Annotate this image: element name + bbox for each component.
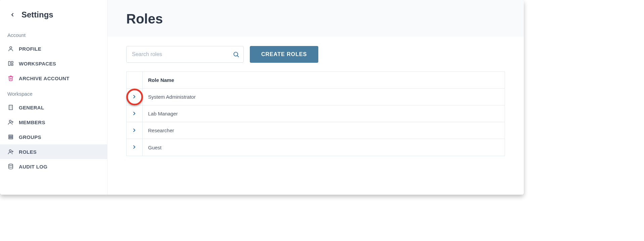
roles-table: Role Name System AdministratorLab Manage… [126, 71, 505, 156]
sidebar-header: Settings [0, 10, 107, 27]
role-name-cell: Lab Manager [143, 105, 505, 122]
table-row: Researcher [127, 122, 505, 139]
svg-rect-3 [11, 64, 13, 65]
table-header-expand-cell [127, 72, 143, 88]
svg-rect-4 [9, 105, 13, 110]
sidebar-item-label: MEMBERS [19, 119, 45, 125]
sidebar-item-roles[interactable]: ROLES [0, 144, 107, 159]
svg-point-17 [9, 150, 11, 152]
back-icon[interactable] [9, 12, 15, 18]
table-body: System AdministratorLab ManagerResearche… [127, 89, 505, 156]
svg-point-0 [10, 47, 12, 49]
expand-cell [127, 105, 143, 122]
chevron-right-icon[interactable] [132, 144, 138, 150]
chevron-right-icon[interactable] [132, 94, 138, 100]
role-name-cell: System Administrator [143, 89, 505, 105]
building-icon [7, 104, 14, 111]
svg-point-20 [9, 164, 13, 166]
table-header-role-name: Role Name [143, 72, 505, 88]
page-header: Roles [107, 0, 524, 37]
sidebar-item-groups[interactable]: GROUPS [0, 130, 107, 144]
toolbar: CREATE ROLES [126, 46, 505, 63]
sidebar-item-profile[interactable]: PROFILE [0, 41, 107, 56]
search-input[interactable] [126, 46, 244, 63]
sidebar-item-label: ROLES [19, 149, 37, 155]
sidebar-section-label: Account [0, 27, 107, 41]
sidebar-item-audit-log[interactable]: AUDIT LOG [0, 159, 107, 174]
sidebar-item-members[interactable]: MEMBERS [0, 115, 107, 130]
trash-icon [7, 75, 14, 82]
svg-rect-14 [9, 135, 13, 136]
table-row: Guest [127, 139, 505, 156]
table-row: System Administrator [127, 89, 505, 105]
expand-cell [127, 122, 143, 139]
chevron-right-icon[interactable] [132, 128, 138, 134]
database-icon [7, 163, 14, 170]
sidebar-item-label: ARCHIVE ACCOUNT [19, 76, 70, 81]
sidebar-item-label: GROUPS [19, 134, 41, 140]
person-plus-icon [7, 148, 14, 155]
sidebar-title: Settings [21, 10, 53, 19]
sidebar-item-label: GENERAL [19, 105, 44, 110]
chevron-right-icon[interactable] [132, 111, 138, 117]
svg-line-22 [237, 56, 239, 57]
svg-point-11 [9, 120, 11, 122]
sidebar-section-label: Workspace [0, 86, 107, 100]
search-wrap [126, 46, 244, 63]
sidebar-item-general[interactable]: GENERAL [0, 100, 107, 115]
content: CREATE ROLES Role Name System Administra… [107, 37, 524, 195]
search-icon[interactable] [232, 51, 240, 58]
svg-rect-15 [9, 137, 13, 138]
app-frame: Settings AccountPROFILEWORKSPACESARCHIVE… [0, 0, 524, 195]
sidebar-item-label: AUDIT LOG [19, 164, 47, 170]
sidebar-item-label: PROFILE [19, 46, 41, 52]
role-name-cell: Researcher [143, 122, 505, 139]
stack-icon [7, 134, 14, 140]
expand-cell [127, 139, 143, 156]
main-area: Roles CREATE ROLES Role Name System Admi… [107, 0, 524, 195]
svg-rect-16 [9, 138, 13, 139]
workspaces-icon [7, 60, 14, 67]
svg-rect-2 [11, 61, 13, 63]
person-icon [7, 45, 14, 52]
create-roles-button[interactable]: CREATE ROLES [250, 46, 318, 63]
expand-cell [127, 89, 143, 105]
role-name-cell: Guest [143, 139, 505, 156]
table-header-row: Role Name [127, 72, 505, 89]
svg-rect-1 [8, 61, 10, 65]
person-plus-icon [7, 119, 14, 126]
sidebar-item-workspaces[interactable]: WORKSPACES [0, 56, 107, 71]
sidebar-sections: AccountPROFILEWORKSPACESARCHIVE ACCOUNTW… [0, 27, 107, 174]
settings-sidebar: Settings AccountPROFILEWORKSPACESARCHIVE… [0, 0, 107, 195]
sidebar-item-label: WORKSPACES [19, 61, 56, 66]
table-row: Lab Manager [127, 105, 505, 122]
page-title: Roles [126, 11, 505, 27]
sidebar-item-archive-account[interactable]: ARCHIVE ACCOUNT [0, 71, 107, 86]
